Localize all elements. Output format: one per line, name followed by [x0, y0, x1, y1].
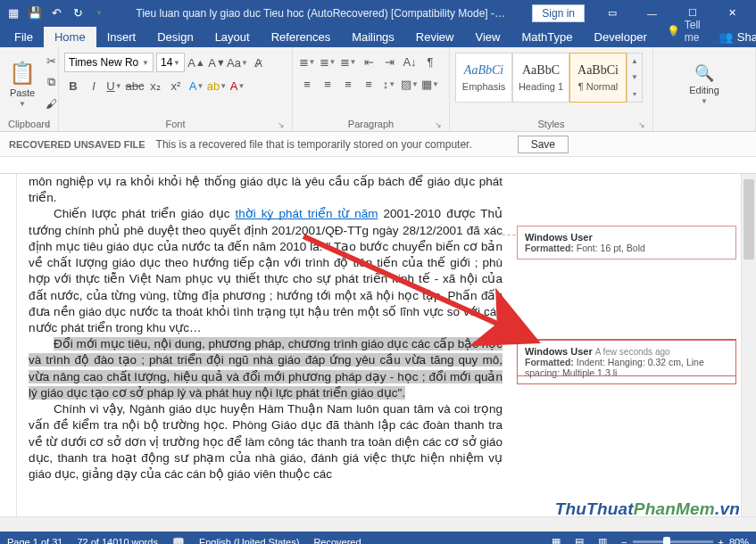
underline-icon[interactable]: U▼ [105, 77, 123, 95]
justify-icon[interactable]: ≡ [360, 75, 378, 93]
spelling-error-hyperlink[interactable]: thời kỳ phát triển từ năm [236, 207, 378, 220]
zoom-level[interactable]: 80% [729, 537, 749, 545]
styles-launcher-icon[interactable]: ↘ [638, 120, 645, 129]
borders-icon[interactable]: ▦▼ [421, 75, 439, 93]
redo-icon[interactable]: ↻ [68, 4, 87, 23]
tab-home[interactable]: Home [44, 27, 96, 47]
align-left-icon[interactable]: ≡ [298, 75, 316, 93]
status-proofing-icon[interactable]: 📖 [172, 536, 185, 544]
style-emphasis[interactable]: AaBbCiEmphasis [455, 53, 512, 103]
zoom-slider[interactable] [633, 540, 713, 543]
bullets-icon[interactable]: ≣▼ [298, 53, 316, 70]
clear-formatting-icon[interactable]: A̷ [249, 54, 267, 71]
paste-button[interactable]: 📋 Paste ▼ [5, 50, 39, 119]
recovered-file-bar: RECOVERED UNSAVED FILE This is a recover… [0, 132, 756, 157]
recovered-save-button[interactable]: Save [518, 136, 569, 153]
numbering-icon[interactable]: ≣▼ [319, 53, 336, 70]
shrink-font-icon[interactable]: A▼ [208, 54, 226, 71]
styles-expand-icon[interactable]: ▾ [633, 90, 636, 98]
scrollbar-thumb[interactable] [744, 179, 754, 260]
horizontal-scrollbar[interactable] [0, 516, 756, 532]
tab-mathtype[interactable]: MathType [511, 27, 583, 47]
qat-customize-icon[interactable]: ▼ [89, 4, 109, 23]
font-launcher-icon[interactable]: ↘ [278, 120, 285, 129]
view-print-icon[interactable]: ▤ [575, 536, 584, 544]
superscript-icon[interactable]: x² [167, 77, 185, 95]
tell-me-search[interactable]: 💡Tell me [658, 15, 710, 47]
title-bar: ▦ 💾 ↶ ↻ ▼ Tieu luan quan ly giao duc Tie… [0, 0, 756, 26]
tab-developer[interactable]: Developer [584, 27, 658, 47]
zoom-in-button[interactable]: + [719, 537, 724, 545]
group-clipboard: 📋 Paste ▼ ✂ ⧉ 🖌 Clipboard↘ [0, 47, 59, 131]
copy-icon[interactable]: ⧉ [42, 73, 60, 91]
editing-button[interactable]: 🔍 Editing ▼ [685, 62, 723, 107]
tab-review[interactable]: Review [405, 27, 465, 47]
text-effects-icon[interactable]: A▼ [187, 77, 205, 95]
ribbon-display-options-icon[interactable]: ▭ [592, 0, 632, 26]
comment-formatted-2[interactable]: Windows User A few seconds ago Formatted… [517, 340, 736, 384]
paragraph: Chính vì vậy, Ngành giáo dục huyện Hàm T… [29, 401, 503, 482]
strikethrough-icon[interactable]: abc [126, 77, 144, 95]
group-styles: AaBbCiEmphasis AaBbCHeading 1 AaBbCi¶ No… [450, 47, 653, 131]
status-recovered[interactable]: Recovered [313, 537, 361, 545]
style-normal[interactable]: AaBbCi¶ Normal [569, 53, 627, 103]
tab-mailings[interactable]: Mailings [341, 27, 405, 47]
tab-file[interactable]: File [4, 27, 44, 47]
quick-access-toolbar: ▦ 💾 ↶ ↻ ▼ [4, 4, 109, 23]
recovered-text: This is a recovered file that is tempora… [156, 138, 472, 151]
recovered-label: RECOVERED UNSAVED FILE [9, 139, 145, 150]
save-icon[interactable]: 💾 [25, 4, 45, 23]
selected-paragraph: Đổi mới mục tiêu, nội dung, phương pháp,… [29, 336, 503, 401]
comment-formatted-1[interactable]: Windows User Formatted: Font: 16 pt, Bol… [517, 226, 736, 260]
grow-font-icon[interactable]: A▲ [187, 54, 205, 71]
tab-design[interactable]: Design [146, 27, 204, 47]
format-painter-icon[interactable]: 🖌 [42, 95, 60, 112]
font-size-combo[interactable]: 14▼ [156, 53, 185, 72]
horizontal-ruler[interactable] [0, 157, 756, 174]
zoom-slider-thumb[interactable] [663, 537, 670, 544]
sort-icon[interactable]: A↓ [401, 53, 419, 70]
sign-in-button[interactable]: Sign in [532, 4, 585, 22]
tab-insert[interactable]: Insert [96, 27, 147, 47]
document-page[interactable]: môn nghiệp vụ ra khỏi khỏi hệ thống giáo… [17, 174, 508, 516]
vertical-ruler[interactable] [0, 174, 17, 516]
view-web-icon[interactable]: ▥ [598, 536, 607, 544]
multilevel-list-icon[interactable]: ≣▼ [339, 53, 357, 70]
clipboard-launcher-icon[interactable]: ↘ [44, 120, 51, 129]
bold-icon[interactable]: B [64, 77, 82, 95]
ribbon-tabs: File Home Insert Design Layout Reference… [0, 26, 756, 47]
line-spacing-icon[interactable]: ↕▼ [380, 75, 398, 93]
subscript-icon[interactable]: x₂ [146, 77, 164, 95]
status-language[interactable]: English (United States) [199, 537, 300, 545]
zoom-out-button[interactable]: − [621, 537, 627, 545]
cut-icon[interactable]: ✂ [42, 52, 60, 70]
tab-layout[interactable]: Layout [204, 27, 261, 47]
style-heading1[interactable]: AaBbCHeading 1 [512, 53, 569, 103]
align-center-icon[interactable]: ≡ [319, 75, 336, 93]
status-words[interactable]: 72 of 14010 words [77, 537, 158, 545]
view-read-icon[interactable]: ▦ [552, 536, 561, 544]
styles-scroll-down-icon[interactable]: ▼ [631, 73, 638, 81]
close-icon[interactable]: ✕ [712, 0, 752, 26]
increase-indent-icon[interactable]: ⇥ [380, 53, 398, 70]
undo-icon[interactable]: ↶ [46, 4, 66, 23]
italic-icon[interactable]: I [85, 77, 103, 95]
status-page[interactable]: Page 1 of 31 [7, 537, 62, 545]
share-button[interactable]: 👥Share [710, 27, 756, 47]
highlight-icon[interactable]: ab▼ [208, 77, 226, 95]
align-right-icon[interactable]: ≡ [339, 75, 357, 93]
word-app-icon[interactable]: ▦ [4, 4, 23, 23]
font-name-combo[interactable]: Times New Ro▼ [64, 53, 154, 72]
styles-scroll-up-icon[interactable]: ▲ [631, 57, 638, 65]
window-title: Tieu luan quan ly giao duc Tieu hoc (Aut… [109, 7, 532, 20]
decrease-indent-icon[interactable]: ⇤ [360, 53, 378, 70]
vertical-scrollbar[interactable] [741, 174, 756, 516]
shading-icon[interactable]: ▨▼ [401, 75, 419, 93]
show-marks-icon[interactable]: ¶ [421, 53, 439, 70]
font-color-icon[interactable]: A▼ [228, 77, 246, 95]
change-case-icon[interactable]: Aa▼ [228, 54, 246, 71]
status-bar: Page 1 of 31 72 of 14010 words 📖 English… [0, 532, 756, 544]
tab-references[interactable]: References [261, 27, 341, 47]
paragraph-launcher-icon[interactable]: ↘ [435, 120, 442, 129]
tab-view[interactable]: View [464, 27, 511, 47]
